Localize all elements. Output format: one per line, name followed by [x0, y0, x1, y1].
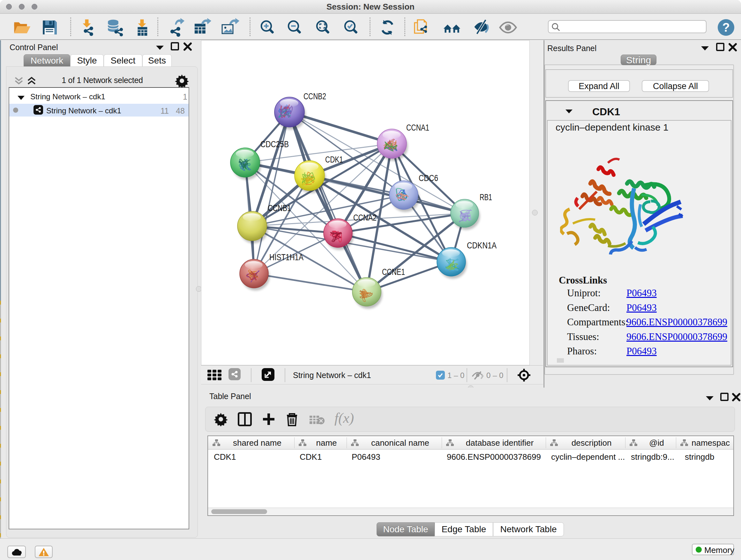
svg-text:CCNA1: CCNA1 [406, 123, 429, 132]
svg-text:HIST1H1A: HIST1H1A [269, 253, 304, 262]
svg-text:CCNE1: CCNE1 [382, 267, 405, 277]
svg-text:CCNA2: CCNA2 [353, 213, 377, 223]
svg-text:CDKN1A: CDKN1A [467, 241, 496, 250]
svg-text:CCNB2: CCNB2 [304, 91, 326, 101]
svg-text:CDC6: CDC6 [419, 173, 438, 183]
svg-text:CCNB1: CCNB1 [268, 203, 291, 213]
svg-text:RB1: RB1 [480, 192, 492, 202]
svg-text:CDK1: CDK1 [325, 155, 343, 165]
svg-text:CDC25B: CDC25B [260, 139, 289, 149]
